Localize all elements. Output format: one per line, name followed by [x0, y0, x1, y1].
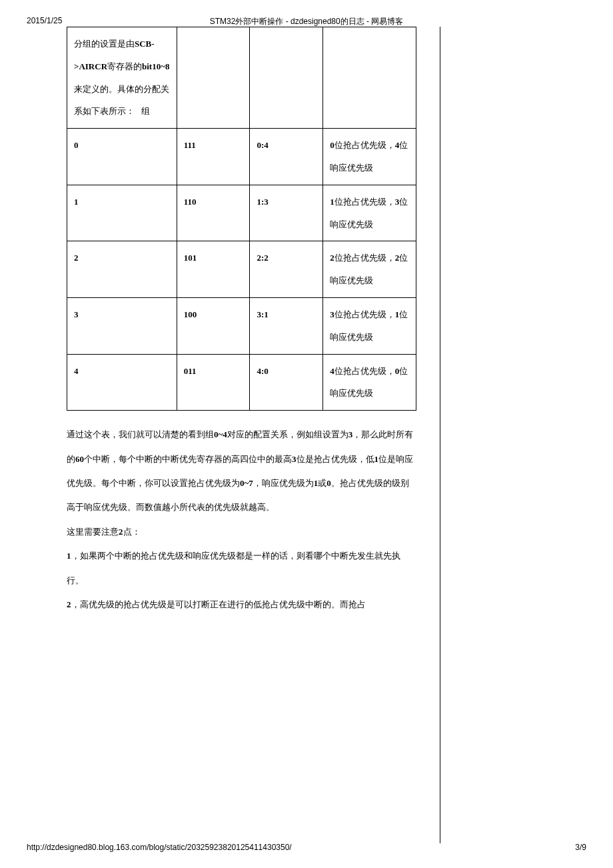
print-header: 2015/1/25 STM32外部中断操作 - dzdesigned80的日志 … — [27, 16, 586, 25]
paragraph: 1，如果两个中断的抢占优先级和响应优先级都是一样的话，则看哪个中断先发生就先执行… — [67, 544, 416, 593]
paragraph: 这里需要注意2点： — [67, 520, 416, 544]
table-cell: 1 — [67, 185, 177, 241]
table-row: 1 110 1:3 1位抢占优先级，3位响应优先级 — [67, 185, 416, 241]
table-row: 3 100 3:1 3位抢占优先级，1位响应优先级 — [67, 297, 416, 354]
table-cell: 110 — [177, 185, 250, 241]
print-footer: http://dzdesigned80.blog.163.com/blog/st… — [27, 843, 586, 852]
table-row: 4 011 4:0 4位抢占优先级，0位响应优先级 — [67, 354, 416, 411]
print-url: http://dzdesigned80.blog.163.com/blog/st… — [27, 843, 292, 852]
table-row: 分组的设置是由SCB->AIRCR寄存器的bit10~8来定义的。具体的分配关系… — [67, 27, 416, 129]
priority-group-table: 分组的设置是由SCB->AIRCR寄存器的bit10~8来定义的。具体的分配关系… — [67, 27, 416, 411]
vertical-rule — [440, 27, 440, 843]
table-cell: 100 — [177, 297, 250, 354]
print-title: STM32外部中断操作 - dzdesigned80的日志 - 网易博客 — [210, 16, 404, 27]
table-cell: 3:1 — [250, 297, 323, 354]
table-cell: 011 — [177, 354, 250, 411]
table-cell: 2 — [67, 241, 177, 298]
table-cell: 3位抢占优先级，1位响应优先级 — [323, 297, 416, 354]
table-row: 2 101 2:2 2位抢占优先级，2位响应优先级 — [67, 241, 416, 298]
table-cell — [177, 27, 250, 129]
table-cell: 0:4 — [250, 129, 323, 185]
paragraph: 2，高优先级的抢占优先级是可以打断正在进行的低抢占优先级中断的。而抢占 — [67, 593, 416, 617]
intro-cell: 分组的设置是由SCB->AIRCR寄存器的bit10~8来定义的。具体的分配关系… — [67, 27, 177, 129]
table-row: 0 111 0:4 0位抢占优先级，4位响应优先级 — [67, 129, 416, 185]
table-cell: 0位抢占优先级，4位响应优先级 — [323, 129, 416, 185]
table-cell: 4位抢占优先级，0位响应优先级 — [323, 354, 416, 411]
table-cell: 4 — [67, 354, 177, 411]
print-date: 2015/1/25 — [27, 16, 62, 25]
print-page-number: 3/9 — [575, 843, 586, 852]
table-cell — [250, 27, 323, 129]
table-cell — [323, 27, 416, 129]
table-cell: 0 — [67, 129, 177, 185]
paragraph: 通过这个表，我们就可以清楚的看到组0~4对应的配置关系，例如组设置为3，那么此时… — [67, 423, 416, 520]
table-cell: 101 — [177, 241, 250, 298]
article-content: 分组的设置是由SCB->AIRCR寄存器的bit10~8来定义的。具体的分配关系… — [67, 27, 440, 617]
table-cell: 4:0 — [250, 354, 323, 411]
table-cell: 2:2 — [250, 241, 323, 298]
table-cell: 2位抢占优先级，2位响应优先级 — [323, 241, 416, 298]
table-cell: 1:3 — [250, 185, 323, 241]
table-cell: 1位抢占优先级，3位响应优先级 — [323, 185, 416, 241]
table-cell: 111 — [177, 129, 250, 185]
table-cell: 3 — [67, 297, 177, 354]
body-text: 通过这个表，我们就可以清楚的看到组0~4对应的配置关系，例如组设置为3，那么此时… — [67, 423, 416, 617]
